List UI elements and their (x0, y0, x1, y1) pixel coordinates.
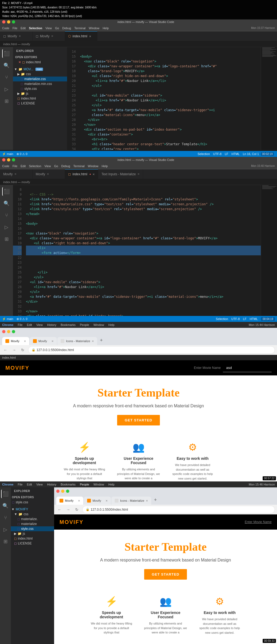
tab-movify-3[interactable]: Movify ✕ (0, 169, 32, 179)
explorer-icon-3[interactable]: ⬛ (1, 490, 10, 498)
close-dot-2[interactable] (2, 158, 5, 161)
chrome-max-1[interactable] (12, 330, 15, 333)
menu-edit-2[interactable]: Edit (21, 164, 26, 168)
chrome-tab-close-1[interactable]: ✕ (24, 340, 26, 343)
menu-selection-2[interactable]: Selection (29, 164, 41, 168)
menu-code-2[interactable]: Code (2, 164, 9, 168)
menu-help-2[interactable]: Help (102, 164, 108, 168)
chrome-min-2[interactable] (61, 490, 64, 493)
sidebar-materialize-css[interactable]: ◻ materialize.css (13, 77, 67, 81)
minimize-dot[interactable] (7, 20, 10, 24)
menu-debug[interactable]: Debug (62, 27, 71, 30)
debug-icon[interactable]: ▷ (2, 85, 11, 94)
get-started-btn-1[interactable]: GET STARTED (117, 415, 160, 425)
tab-close-1[interactable]: ✕ (19, 35, 21, 38)
debug-icon-3[interactable]: ▷ (1, 525, 10, 534)
tab-close-4[interactable]: ✕ (14, 173, 17, 176)
menu-debug-2[interactable]: Debug (61, 164, 70, 168)
sidebar-js-2[interactable]: ▶ 📁 js (11, 531, 54, 536)
explorer-icon-2[interactable]: ⬛ (2, 187, 11, 196)
sidebar-css-folder-2[interactable]: ▼ 📁 css (11, 512, 54, 517)
chrome-tab-close-5[interactable]: ✕ (105, 499, 108, 502)
sidebar-materialize-min-css[interactable]: ◻ materialize.min.css (13, 81, 67, 86)
sidebar-index-html[interactable]: ◻ index.html (13, 96, 67, 101)
tab-movify-1[interactable]: ◻ Movify ✕ (0, 31, 32, 41)
chrome-tab-icons-2[interactable]: Icons - Materialize ✕ (111, 497, 151, 505)
open-file-index[interactable]: ✕ ◻ index.html (13, 60, 67, 65)
forward-btn-1[interactable]: → (11, 347, 17, 353)
chrome-close-1[interactable] (2, 330, 5, 333)
menu-edit[interactable]: Edit (21, 27, 26, 30)
git-icon-3[interactable]: ⑂ (1, 513, 10, 522)
chrome-tab-close-2[interactable]: ✕ (51, 340, 54, 343)
search-icon-3[interactable]: 🔍 (1, 501, 10, 510)
search-input-1[interactable] (223, 364, 272, 372)
chrome-tab-movify-3[interactable]: Movify ✕ (56, 497, 83, 505)
code-content-1[interactable]: <body> <nav class="black" role="navigati… (78, 47, 261, 150)
get-started-btn-2[interactable]: GET STARTED (144, 569, 187, 580)
open-file-style[interactable]: ◻ style.css (11, 500, 54, 505)
sidebar-movify-folder[interactable]: ▼ 📁 MOV... main (13, 67, 67, 72)
tab-close-5[interactable]: ✕ (47, 173, 49, 176)
new-tab-btn-1[interactable]: + (98, 338, 105, 343)
extensions-icon-3[interactable]: ⊞ (1, 537, 10, 546)
search-icon[interactable]: 🔍 (2, 61, 11, 70)
menu-terminal[interactable]: Terminal (74, 27, 86, 30)
chrome-tab-icons[interactable]: Icons - Materialize ✕ (57, 337, 97, 345)
chrome-close-2[interactable] (56, 490, 60, 493)
chrome-tab-movify-4[interactable]: Movify ✕ (84, 497, 111, 505)
sidebar-license[interactable]: ◻ LICENSE (13, 101, 67, 106)
forward-btn-2[interactable]: → (65, 506, 71, 513)
chrome-tab-movify-2[interactable]: Movify ✕ (30, 337, 57, 345)
menu-code[interactable]: Code (2, 27, 9, 30)
menu-terminal-2[interactable]: Terminal (73, 164, 85, 168)
chrome-min-1[interactable] (7, 330, 10, 333)
search-icon-2[interactable]: 🔍 (2, 199, 11, 208)
address-bar-1[interactable]: 🔒 127.0.0.1:5500/index.html (28, 346, 275, 354)
sidebar-style-active[interactable]: ◻ style.css (11, 526, 54, 531)
sidebar-style-css[interactable]: ◻ style.css (13, 86, 67, 91)
tab-movify-2[interactable]: ◻ Movify ✕ (32, 31, 65, 41)
menu-window[interactable]: Window (89, 27, 99, 30)
explorer-icon[interactable]: ⬛ (2, 49, 11, 58)
menu-go-2[interactable]: Go (54, 164, 58, 168)
sidebar-index-html-2[interactable]: ◻ index.html (11, 536, 54, 541)
reload-btn-2[interactable]: ↻ (74, 506, 80, 513)
sidebar-mat2[interactable]: ◻ materialize (11, 521, 54, 526)
git-icon[interactable]: ⑂ (2, 73, 11, 82)
new-tab-btn-2[interactable]: + (152, 497, 159, 503)
back-btn-2[interactable]: ← (56, 506, 63, 513)
minimize-dot-2[interactable] (7, 158, 10, 161)
sidebar-movify-root[interactable]: ▼ MOVIFY (11, 507, 54, 512)
tab-text-inputs[interactable]: Text Inputs - Materialize ✕ (98, 169, 143, 179)
extensions-icon-2[interactable]: ⊞ (2, 235, 11, 243)
maximize-dot-2[interactable] (12, 158, 15, 161)
maximize-dot[interactable] (12, 20, 15, 24)
chrome-tab-movify-1[interactable]: Movify ✕ (2, 337, 29, 345)
menu-file[interactable]: File (12, 27, 17, 30)
sidebar-css-folder[interactable]: ▶ 📁 css (13, 72, 67, 77)
tab-movify-4[interactable]: Movify ✕ (32, 169, 65, 179)
tab-close-3[interactable]: ✕ (89, 35, 91, 38)
tab-close-7[interactable]: ✕ (137, 173, 140, 176)
menu-view[interactable]: View (45, 27, 52, 30)
sidebar-js-folder[interactable]: ▶ 📁 js (13, 91, 67, 96)
sidebar-mat1[interactable]: ◻ materialize. (11, 517, 54, 521)
debug-icon-2[interactable]: ▷ (2, 223, 11, 232)
tab-close-6[interactable]: ✕ (93, 173, 95, 176)
menu-view-2[interactable]: View (44, 164, 51, 168)
menu-window-2[interactable]: Window (88, 164, 98, 168)
code-content-2[interactable]: <!-- CSS --> <link href="https://fonts.g… (24, 185, 261, 318)
address-bar-2[interactable]: 🔒 127.0.0.1:5500/index.html (82, 506, 275, 513)
menu-help[interactable]: Help (103, 27, 109, 30)
tab-index-html[interactable]: ⬡ index.html ✕ (65, 31, 97, 41)
menu-go[interactable]: Go (55, 27, 59, 30)
sidebar-license-2[interactable]: ◻ LICENSE (11, 541, 54, 546)
back-btn-1[interactable]: ← (2, 347, 9, 353)
tab-close-2[interactable]: ✕ (51, 35, 53, 38)
tab-index-html-2[interactable]: ◻ index.html ● ✕ (65, 169, 98, 179)
chrome-tab-close-4[interactable]: ✕ (78, 499, 80, 502)
chrome-tab-close-6[interactable]: ✕ (146, 499, 148, 502)
reload-btn-1[interactable]: ↻ (19, 347, 26, 353)
extensions-icon[interactable]: ⊞ (2, 97, 11, 105)
